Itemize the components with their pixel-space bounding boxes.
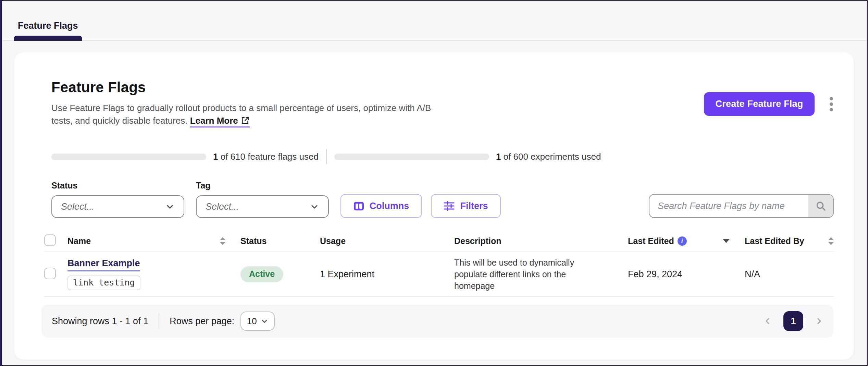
- filter-toolbar: Status Select... Tag Select... Columns: [51, 181, 834, 218]
- filters-button[interactable]: Filters: [431, 194, 501, 218]
- learn-more-label: Learn More: [190, 115, 238, 126]
- table-footer: Showing rows 1 - 1 of 1 Rows per page: 1…: [41, 305, 833, 338]
- showing-rows-text: Showing rows 1 - 1 of 1: [52, 316, 148, 327]
- column-header-last-edited: Last Edited: [628, 236, 745, 246]
- search-input[interactable]: [649, 195, 808, 217]
- sort-control-name[interactable]: [220, 237, 225, 245]
- column-label: Name: [67, 236, 91, 246]
- header-actions: Create Feature Flag: [704, 92, 836, 127]
- column-label: Usage: [320, 236, 346, 246]
- external-link-icon: [241, 116, 250, 125]
- tag-filter-group: Tag Select...: [196, 181, 329, 218]
- status-filter-label: Status: [51, 181, 184, 191]
- column-header-last-edited-by: Last Edited By: [745, 236, 834, 246]
- columns-icon: [354, 201, 364, 211]
- search-box: [649, 194, 834, 218]
- feature-flags-table: Name Status Usage Description Last Edite…: [44, 230, 834, 297]
- sort-down-icon: [828, 242, 834, 245]
- flag-name-link[interactable]: Banner Example: [67, 258, 140, 271]
- column-header-description: Description: [454, 236, 628, 246]
- usage-meters: 1 of 610 feature flags used 1 of 600 exp…: [51, 149, 836, 164]
- column-header-name: Name: [67, 236, 240, 246]
- sort-up-icon: [220, 237, 225, 240]
- chevron-left-icon: [763, 316, 772, 326]
- select-all-checkbox[interactable]: [44, 234, 56, 246]
- experiments-usage-text: 1 of 600 experiments used: [496, 151, 601, 162]
- usage-count: 1: [213, 151, 218, 162]
- sort-up-icon: [828, 237, 834, 240]
- kebab-dot: [830, 108, 833, 111]
- status-cell: Active: [240, 266, 320, 282]
- description-cell: This will be used to dynamically populat…: [454, 257, 607, 292]
- rows-per-page-label: Rows per page:: [170, 316, 234, 327]
- active-tab-indicator: [14, 36, 82, 41]
- footer-divider: [159, 314, 159, 329]
- row-checkbox[interactable]: [44, 268, 56, 279]
- feature-flags-progressbar: [51, 154, 206, 160]
- page-title: Feature Flags: [51, 79, 449, 96]
- header-text-block: Feature Flags Use Feature Flags to gradu…: [51, 79, 449, 127]
- filters-button-label: Filters: [460, 201, 488, 211]
- columns-button-label: Columns: [370, 201, 409, 211]
- usage-suffix: of 600 experiments used: [504, 151, 601, 162]
- tab-feature-flags[interactable]: Feature Flags: [14, 21, 82, 40]
- table-header-row: Name Status Usage Description Last Edite…: [44, 230, 834, 252]
- create-feature-flag-button[interactable]: Create Feature Flag: [704, 92, 815, 116]
- card-header: Feature Flags Use Feature Flags to gradu…: [14, 52, 854, 127]
- status-select[interactable]: Select...: [51, 195, 184, 218]
- app-window: Feature Flags Feature Flags Use Feature …: [0, 0, 868, 366]
- usage-suffix: of 610 feature flags used: [221, 151, 319, 162]
- status-filter-group: Status Select...: [51, 181, 184, 218]
- tag-filter-label: Tag: [196, 181, 329, 191]
- usage-cell: 1 Experiment: [320, 269, 454, 280]
- table-row: Banner Example link testing Active 1 Exp…: [44, 252, 834, 297]
- info-icon[interactable]: [678, 236, 687, 246]
- rows-per-page-select[interactable]: 10: [240, 312, 275, 331]
- usage-count: 1: [496, 151, 501, 162]
- columns-button[interactable]: Columns: [340, 194, 422, 218]
- column-label: Last Edited: [628, 236, 674, 246]
- search-button[interactable]: [808, 195, 833, 217]
- column-header-usage: Usage: [320, 236, 454, 246]
- column-label: Status: [240, 236, 266, 246]
- last-edited-by-cell: N/A: [745, 269, 834, 280]
- next-page-button[interactable]: [813, 315, 825, 327]
- tab-label: Feature Flags: [14, 21, 82, 36]
- filters-icon: [444, 201, 455, 211]
- column-label: Last Edited By: [745, 236, 804, 246]
- experiments-usage-meter: 1 of 600 experiments used: [334, 151, 601, 162]
- previous-page-button[interactable]: [761, 315, 774, 327]
- learn-more-link[interactable]: Learn More: [190, 115, 250, 127]
- status-badge: Active: [240, 266, 283, 282]
- rows-per-page-value: 10: [247, 316, 257, 327]
- kebab-dot: [830, 97, 833, 100]
- tag-select-placeholder: Select...: [206, 202, 310, 212]
- more-options-button[interactable]: [826, 92, 836, 116]
- status-select-placeholder: Select...: [61, 202, 165, 212]
- column-header-status: Status: [240, 236, 320, 246]
- tab-bar: Feature Flags: [2, 1, 867, 41]
- sort-control-last-edited-by[interactable]: [828, 237, 834, 245]
- tag-select[interactable]: Select...: [196, 195, 329, 218]
- kebab-dot: [830, 102, 833, 106]
- page-description: Use Feature Flags to gradually rollout p…: [51, 102, 449, 127]
- chevron-down-icon: [260, 317, 269, 325]
- sort-down-icon: [220, 242, 225, 245]
- chevron-down-icon: [165, 202, 175, 211]
- last-edited-cell: Feb 29, 2024: [628, 269, 745, 280]
- pagination-controls: 1: [761, 311, 825, 331]
- experiments-progressbar: [334, 154, 489, 160]
- meter-divider: [326, 149, 327, 164]
- feature-flags-usage-text: 1 of 610 feature flags used: [213, 151, 319, 162]
- name-cell: Banner Example link testing: [67, 258, 240, 290]
- column-label: Description: [454, 236, 501, 246]
- search-icon: [815, 200, 826, 211]
- sort-descending-icon[interactable]: [723, 239, 730, 243]
- chevron-right-icon: [814, 316, 824, 326]
- page-1-button[interactable]: 1: [783, 311, 803, 331]
- feature-flags-card: Feature Flags Use Feature Flags to gradu…: [14, 52, 854, 359]
- chevron-down-icon: [310, 202, 319, 211]
- feature-flags-usage-meter: 1 of 610 feature flags used: [51, 151, 319, 162]
- tag-chip[interactable]: link testing: [67, 276, 140, 290]
